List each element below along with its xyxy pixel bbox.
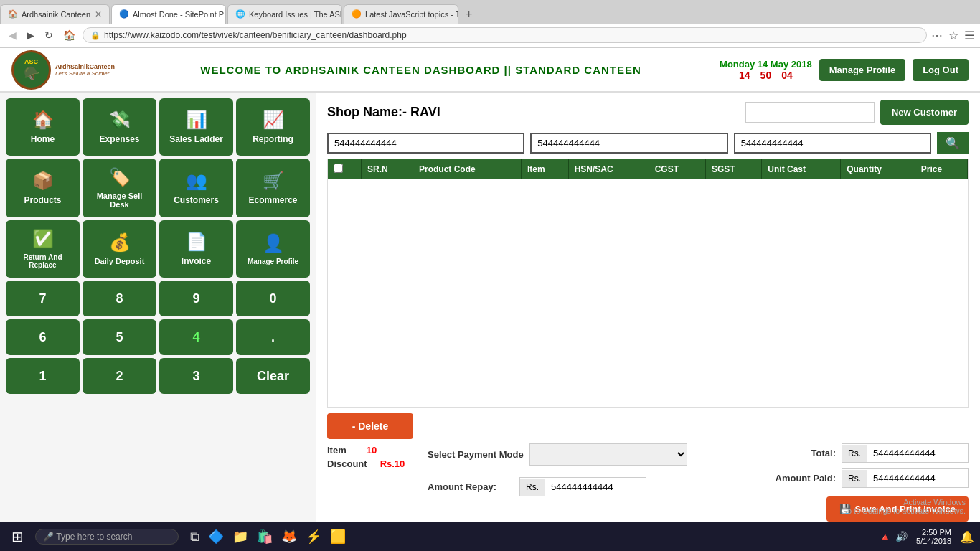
total-input[interactable]: [867, 444, 968, 462]
tab-close-0[interactable]: ✕: [95, 9, 102, 19]
logout-button[interactable]: Log Out: [913, 59, 969, 81]
col-sgst: SGST: [706, 159, 762, 179]
nav-return-replace[interactable]: ✅Return And Replace: [6, 220, 80, 278]
main-content: 🏠Home 💸Expenses 📊Sales Ladder 📈Reporting…: [0, 93, 980, 529]
numpad-4[interactable]: 4: [159, 319, 233, 355]
tab-favicon-1: 🔵: [119, 9, 129, 19]
tab-3[interactable]: 🟠 Latest JavaScript topics - The S... ✕: [344, 4, 458, 24]
tab-label-1: Almost Done - SitePoint Premi...: [133, 10, 226, 19]
tab-0[interactable]: 🏠 Ardhsainik Canteen ✕: [0, 4, 110, 24]
amount-paid-row: Amount Paid: Rs.: [776, 468, 969, 488]
new-customer-button[interactable]: New Customer: [880, 100, 969, 125]
nav-customers[interactable]: 👥Customers: [159, 159, 233, 217]
start-button[interactable]: ⊞: [6, 525, 29, 529]
extensions-button[interactable]: ⋯: [931, 29, 943, 42]
taskbar-clock: 2:50 PM 5/14/2018: [916, 528, 951, 529]
nav-products[interactable]: 📦Products: [6, 159, 80, 217]
amount-repay-input[interactable]: [545, 478, 646, 496]
shop-name-label: Shop Name:-: [327, 105, 410, 119]
save-btn-area: 💾 Save And Print Invoice: [776, 496, 969, 522]
numpad-9[interactable]: 9: [159, 281, 233, 316]
back-button[interactable]: ◀: [6, 28, 19, 42]
item-label: Item: [327, 445, 347, 456]
numpad-3[interactable]: 3: [159, 358, 233, 394]
nav-home-label: Home: [31, 134, 55, 144]
search-button[interactable]: 🔍: [937, 132, 969, 154]
home-icon: 🏠: [32, 110, 54, 130]
nav-invoice-label: Invoice: [182, 256, 211, 266]
numpad-0[interactable]: 0: [236, 281, 310, 316]
discount-row: Discount Rs.10: [327, 458, 413, 469]
numpad-2[interactable]: 2: [83, 358, 156, 394]
product-search-3[interactable]: [734, 133, 931, 154]
date-display: Monday 14 May 2018: [720, 59, 812, 70]
nav-ecommerce[interactable]: 🛒Ecommerce: [236, 159, 310, 217]
refresh-button[interactable]: ↻: [42, 28, 56, 42]
manage-sell-desk-icon: 🏷️: [109, 167, 131, 187]
shop-name-display: Shop Name:- RAVI: [327, 105, 440, 120]
product-search-1[interactable]: [327, 133, 524, 154]
url-text: https://www.kaizodo.com/test/vivek/cante…: [104, 30, 919, 40]
menu-button[interactable]: ☰: [964, 29, 974, 42]
nav-reporting[interactable]: 📈Reporting: [236, 98, 310, 156]
tab-2[interactable]: 🌐 Keyboard Issues | The ASP.NET... ✕: [227, 4, 342, 24]
tab-1[interactable]: 🔵 Almost Done - SitePoint Premi... ✕: [111, 4, 226, 24]
forward-button[interactable]: ▶: [24, 28, 37, 42]
app-header: ASC 🪖 ArdhSainikCanteen Let's Salute a S…: [0, 48, 980, 93]
nav-invoice[interactable]: 📄Invoice: [159, 220, 233, 278]
tab-label-3: Latest JavaScript topics - The S...: [365, 10, 458, 19]
tab-bar: 🏠 Ardhsainik Canteen ✕ 🔵 Almost Done - S…: [0, 0, 980, 24]
nav-daily-label: Daily Deposit: [95, 257, 145, 265]
numpad-5[interactable]: 5: [83, 319, 156, 355]
url-bar[interactable]: 🔒 https://www.kaizodo.com/test/vivek/can…: [83, 27, 927, 43]
manage-profile-icon: 👤: [263, 233, 284, 253]
amount-paid-input[interactable]: [867, 469, 968, 487]
bottom-area: - Delete Item 10 Discount Rs.10: [327, 413, 969, 522]
tab-label-2: Keyboard Issues | The ASP.NET...: [249, 10, 342, 19]
nav-manage-sell-desk[interactable]: 🏷️Manage Sell Desk: [83, 159, 156, 217]
title-prefix: WELCOME TO ARDHSAINIK: [200, 64, 359, 76]
product-table-container: SR.N Product Code Item HSN/SAC CGST SGST…: [327, 159, 969, 408]
col-quantity: Quantity: [841, 159, 915, 179]
delete-button[interactable]: - Delete: [327, 413, 413, 439]
taskbar-right: 🔺 🔊 2:50 PM 5/14/2018 🔔: [879, 528, 974, 529]
amount-repay-label: Amount Repay:: [428, 481, 514, 492]
right-controls: Total: Rs. Amount Paid: Rs.: [776, 443, 969, 522]
tab-favicon-0: 🏠: [8, 9, 18, 19]
nav-expenses[interactable]: 💸Expenses: [83, 98, 156, 156]
payment-mode-select[interactable]: Cash Card UPI: [529, 443, 687, 466]
nav-manage-sell-label: Manage Sell Desk: [87, 192, 152, 209]
time-minutes: 50: [760, 70, 772, 81]
numpad-clear[interactable]: Clear: [236, 358, 310, 394]
numpad-1[interactable]: 1: [6, 358, 80, 394]
nav-manage-profile-label: Manage Profile: [248, 258, 298, 265]
nav-daily-deposit[interactable]: 💰Daily Deposit: [83, 220, 156, 278]
discount-label: Discount: [327, 458, 367, 469]
save-icon: 💾: [839, 504, 851, 514]
new-tab-button[interactable]: +: [460, 5, 478, 24]
numpad-7[interactable]: 7: [6, 281, 80, 316]
customer-search-input[interactable]: [745, 102, 875, 123]
nav-manage-profile[interactable]: 👤Manage Profile: [236, 220, 310, 278]
bookmark-button[interactable]: ☆: [948, 29, 958, 42]
amount-paid-wrap: Rs.: [842, 468, 969, 488]
logo-circle: ASC 🪖: [11, 50, 51, 90]
manage-profile-button[interactable]: Manage Profile: [819, 59, 905, 81]
center-controls: Select Payment Mode Cash Card UPI Amount…: [428, 443, 687, 502]
item-info: Item 10 Discount Rs.10: [327, 445, 413, 469]
nav-grid: 🏠Home 💸Expenses 📊Sales Ladder 📈Reporting…: [6, 98, 310, 394]
select-all-checkbox[interactable]: [334, 164, 343, 173]
numpad-8[interactable]: 8: [83, 281, 156, 316]
total-label: Total:: [811, 448, 836, 458]
numpad-dot[interactable]: .: [236, 319, 310, 355]
nav-sales-laddar[interactable]: 📊Sales Ladder: [159, 98, 233, 156]
amount-repay-prefix: Rs.: [520, 479, 545, 496]
numpad-6[interactable]: 6: [6, 319, 80, 355]
taskbar: ⊞ 🎤 Type here to search ⧉ 🔷 📁 🛍️ 🦊 ⚡ 🟨 🔺…: [0, 522, 980, 529]
save-print-button[interactable]: 💾 Save And Print Invoice: [826, 496, 969, 522]
amount-paid-prefix: Rs.: [842, 470, 867, 487]
col-unit-cast: Unit Cast: [762, 159, 841, 179]
home-button[interactable]: 🏠: [60, 28, 78, 42]
nav-home[interactable]: 🏠Home: [6, 98, 80, 156]
product-search-2[interactable]: [530, 133, 727, 154]
